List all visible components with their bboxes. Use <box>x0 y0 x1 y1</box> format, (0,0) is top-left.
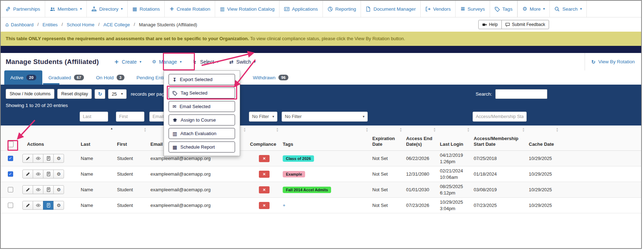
log-button[interactable] <box>43 154 54 163</box>
menu-item-label: Schedule Report <box>180 144 215 150</box>
cell-expiration: Not Set <box>370 155 404 162</box>
compliance-x-badge[interactable] <box>259 202 270 209</box>
settings-button[interactable] <box>53 154 64 163</box>
sort-icon[interactable] <box>556 127 559 132</box>
tab-active[interactable]: Active 20 <box>4 70 42 85</box>
menu-item-export-selected[interactable]: Export Selected <box>169 74 235 85</box>
sort-icon[interactable] <box>110 127 113 132</box>
create-menu-button[interactable]: Create <box>109 53 147 70</box>
header-last-login: Last Login <box>438 126 472 150</box>
help-button[interactable]: Help <box>478 20 502 29</box>
sort-icon[interactable] <box>433 127 436 132</box>
settings-button[interactable] <box>53 170 64 178</box>
tag-pill[interactable]: Class of 2026 <box>283 155 314 162</box>
page-title: Manage Students (Affiliated) <box>6 58 99 66</box>
compliance-x-badge[interactable] <box>259 186 270 193</box>
nav-partnerships[interactable]: Partnerships <box>1 1 45 17</box>
view-button[interactable] <box>33 170 43 178</box>
nav-label: Members <box>58 6 78 12</box>
nav-reporting[interactable]: Reporting <box>323 1 361 17</box>
log-button[interactable] <box>43 170 54 178</box>
nav-more[interactable]: More <box>517 1 550 17</box>
menu-item-assign-to-course[interactable]: Assign to Course <box>169 114 235 126</box>
nav-surveys[interactable]: Surveys <box>456 1 490 17</box>
sort-icon[interactable] <box>144 127 147 132</box>
calendar-icon <box>172 145 177 150</box>
nav-search[interactable]: Search <box>550 1 587 17</box>
nav-directory[interactable]: Directory <box>87 1 128 17</box>
tags-filter-select[interactable]: No Filter <box>282 112 368 122</box>
nav-create-rotation[interactable]: Create Rotation <box>165 1 215 17</box>
nav-label: Vendors <box>433 6 451 12</box>
edit-button[interactable] <box>22 201 33 210</box>
table-search-input[interactable] <box>495 89 547 99</box>
nav-applications[interactable]: Applications <box>280 1 323 17</box>
last-name-filter-input[interactable] <box>80 112 108 122</box>
sort-icon[interactable] <box>467 127 470 132</box>
compliance-filter-select[interactable]: No Filter <box>249 112 277 122</box>
row-checkbox[interactable] <box>8 156 13 161</box>
sort-icon[interactable] <box>366 127 368 132</box>
sort-icon[interactable] <box>243 127 246 132</box>
settings-button[interactable] <box>53 185 64 194</box>
breadcrumb-dashboard[interactable]: Dashboard <box>5 22 33 27</box>
manage-menu-button[interactable]: Manage <box>147 53 187 70</box>
sort-icon[interactable] <box>276 127 279 132</box>
nav-members[interactable]: Members <box>45 1 87 17</box>
first-name-filter-input[interactable] <box>116 112 144 122</box>
menu-item-schedule-report[interactable]: Schedule Report <box>169 141 235 153</box>
tab-withdrawn[interactable]: Withdrawn 96 <box>247 70 294 85</box>
breadcrumb-ace-college[interactable]: ACE College <box>103 22 130 27</box>
sort-icon[interactable] <box>522 127 525 132</box>
compliance-x-badge[interactable] <box>259 171 270 178</box>
chat-icon <box>505 22 510 27</box>
edit-button[interactable] <box>22 154 33 163</box>
refresh-button[interactable] <box>95 89 105 99</box>
breadcrumb-school-home[interactable]: School Home <box>66 22 94 27</box>
nav-view-rotation-catalog[interactable]: View Rotation Catalog <box>215 1 280 17</box>
tag-pill[interactable]: Example <box>283 171 305 177</box>
select-all-checkbox[interactable] <box>7 141 14 147</box>
edit-button[interactable] <box>22 170 33 178</box>
settings-button[interactable] <box>53 201 64 210</box>
row-checkbox[interactable] <box>8 187 13 192</box>
nav-rotations[interactable]: Rotations <box>128 1 165 17</box>
view-button[interactable] <box>33 201 43 210</box>
breadcrumb-entities[interactable]: Entities <box>42 22 58 27</box>
reset-display-button[interactable]: Reset display <box>57 89 92 99</box>
tab-count-badge: 20 <box>26 75 36 80</box>
menu-item-tag-selected[interactable]: Tag Selected <box>169 87 235 98</box>
nav-vendors[interactable]: Vendors <box>421 1 456 17</box>
view-by-rotation-button[interactable]: View By Rotation <box>585 53 641 70</box>
nav-document-manager[interactable]: Document Manager <box>361 1 421 17</box>
switch-menu-button[interactable]: Switch <box>224 53 261 70</box>
table-row: Name Student exampleemail@acemapp.org Fa… <box>1 182 641 198</box>
submit-feedback-button[interactable]: Submit Feedback <box>501 20 549 29</box>
log-button[interactable] <box>43 201 54 210</box>
panel-header: Manage Students (Affiliated) Create Mana… <box>1 53 641 70</box>
row-checkbox[interactable] <box>8 171 13 177</box>
view-button[interactable] <box>33 185 43 194</box>
tab-graduated[interactable]: Graduated 67 <box>42 70 90 85</box>
cell-email: exampleemail@acemapp.org <box>148 155 248 162</box>
tag-pill[interactable]: Fall 2014 Accel Admits <box>283 187 331 193</box>
menu-item-email-selected[interactable]: Email Selected <box>169 101 235 112</box>
table-icon <box>132 6 137 11</box>
access-start-filter-input[interactable] <box>473 112 527 122</box>
menu-item-attach-evaluation[interactable]: Attach Evaluation <box>169 128 235 139</box>
nav-tags[interactable]: Tags <box>490 1 518 17</box>
sort-icon[interactable] <box>399 127 402 132</box>
select-menu-button[interactable]: Select <box>187 53 224 70</box>
compliance-x-badge[interactable] <box>259 155 270 162</box>
per-page-select[interactable]: 25 <box>108 89 127 99</box>
edit-button[interactable] <box>22 185 33 194</box>
row-checkbox[interactable] <box>8 203 13 208</box>
view-button[interactable] <box>33 154 43 163</box>
breadcrumb-separator: / <box>99 22 100 27</box>
tab-label: On Hold <box>96 75 114 80</box>
add-tag-link[interactable]: + <box>283 203 286 208</box>
tab-on-hold[interactable]: On Hold 3 <box>90 70 131 85</box>
log-button[interactable] <box>43 185 54 194</box>
show-hide-columns-button[interactable]: Show / hide columns <box>6 89 54 99</box>
cell-last-login: 08/25/20256:12pm <box>438 183 472 197</box>
